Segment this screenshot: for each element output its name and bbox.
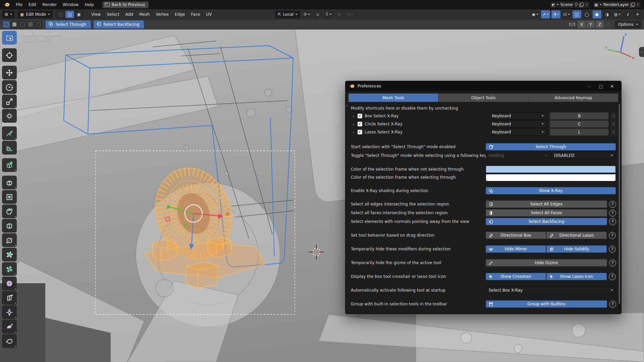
preferences-titlebar[interactable]: Preferences – ▢ ✕ xyxy=(345,81,621,91)
shading-material-button[interactable]: ◑ xyxy=(603,10,611,18)
tool-edge-slide-button[interactable] xyxy=(2,291,17,305)
tool-smooth-button[interactable] xyxy=(2,277,17,290)
tool-loop-cut-button[interactable] xyxy=(2,219,17,233)
tool-transform-button[interactable] xyxy=(2,109,17,123)
show-xray-button[interactable]: Show X-Ray xyxy=(486,187,616,194)
menu-render[interactable]: Render xyxy=(39,1,60,8)
select-mode-intersect-button[interactable] xyxy=(35,21,42,28)
shading-wireframe-button[interactable]: ◯ xyxy=(583,10,591,18)
blender-logo-icon[interactable] xyxy=(3,2,10,7)
tab-advanced-keymap[interactable]: Advanced Keymap xyxy=(529,94,618,102)
help-icon[interactable]: ? xyxy=(609,232,616,239)
menu-vertex[interactable]: Vertex xyxy=(153,11,172,18)
key-binding-button[interactable]: C xyxy=(550,120,609,128)
directional-box-button[interactable]: Directional Box xyxy=(486,232,546,239)
scrollbar[interactable] xyxy=(618,103,621,312)
tool-box-select-button[interactable] xyxy=(2,31,17,45)
vertex-select-mode-button[interactable]: ⬚ xyxy=(56,11,65,18)
hide-mirror-button[interactable]: Hide Mirror xyxy=(486,245,546,253)
hide-gizmo-button[interactable]: Hide Gizmo xyxy=(486,259,607,266)
shading-rendered-button[interactable]: ◍ xyxy=(613,10,622,18)
show-lasso-icon-button[interactable]: Show Lasso Icon xyxy=(546,273,607,280)
xray-toggle-button[interactable]: ◫ xyxy=(573,10,581,18)
show-crosshair-button[interactable]: Show Crosshair xyxy=(486,273,546,280)
checkbox-circle-select[interactable] xyxy=(358,122,362,126)
tool-rotate-button[interactable] xyxy=(2,80,17,94)
key-binding-button[interactable]: L xyxy=(550,128,609,136)
pivot-point-selector[interactable]: ⟳ xyxy=(302,10,311,18)
menu-file[interactable]: File xyxy=(13,1,25,8)
tool-move-button[interactable] xyxy=(2,66,17,79)
select-mode-invert-button[interactable] xyxy=(27,21,34,28)
tool-bevel-button[interactable] xyxy=(2,204,17,218)
scene-selector[interactable]: ◩ Scene ✕ xyxy=(550,1,590,8)
options-dropdown[interactable]: Options xyxy=(615,20,641,28)
select-all-faces-button[interactable]: Select All Faces xyxy=(486,209,607,217)
select-through-toggle[interactable]: Select Through xyxy=(46,20,91,28)
directional-lasso-button[interactable]: Directional Lasso xyxy=(546,232,607,239)
tool-annotate-button[interactable] xyxy=(2,126,17,140)
back-to-previous-button[interactable]: Back to Previous xyxy=(102,1,149,8)
tool-add-cube-button[interactable] xyxy=(2,158,17,172)
device-dropdown[interactable]: Keyboard xyxy=(489,112,547,120)
device-dropdown[interactable]: Keyboard xyxy=(489,120,547,128)
navigation-gizmo[interactable]: z y x xyxy=(604,32,635,62)
tool-knife-button[interactable] xyxy=(2,233,17,247)
checkbox-box-select[interactable] xyxy=(358,114,362,118)
mirror-icon[interactable]: Ɛ⁞Ʒ xyxy=(569,22,575,27)
mirror-z-button[interactable]: Z xyxy=(596,21,604,28)
tool-rip-region-button[interactable] xyxy=(2,334,17,348)
gizmos-button[interactable]: ✛ xyxy=(633,10,642,18)
tab-object-tools[interactable]: Object Tools xyxy=(438,94,528,102)
checkbox-lasso-select[interactable] xyxy=(358,130,362,134)
tool-scale-button[interactable] xyxy=(2,95,17,108)
render-layer-selector[interactable]: ▦ RenderLayer ✕ xyxy=(593,1,641,8)
menu-view[interactable]: View xyxy=(88,11,104,18)
select-backfacing-button[interactable]: Select Backfacing xyxy=(486,218,607,225)
help-icon[interactable]: ? xyxy=(609,218,616,225)
menu-face[interactable]: Face xyxy=(188,11,203,18)
transform-orientation-selector[interactable]: ⇱ Local xyxy=(275,10,300,18)
rotation-gizmo-button[interactable]: ◔ xyxy=(551,10,560,18)
tool-poly-build-button[interactable] xyxy=(2,248,17,261)
copy-layer-icon[interactable] xyxy=(631,3,635,7)
shading-solid-button[interactable]: ● xyxy=(593,10,601,18)
proportional-falloff-selector[interactable]: ∿ xyxy=(345,10,355,18)
menu-uv[interactable]: UV xyxy=(203,11,215,18)
snap-toggle-button[interactable]: ∪ xyxy=(313,10,322,18)
help-icon[interactable]: ? xyxy=(609,301,616,308)
group-with-builtins-button[interactable]: Group with Builtins xyxy=(486,300,607,308)
tool-inset-faces-button[interactable] xyxy=(2,190,17,204)
expand-icon[interactable]: › xyxy=(351,130,356,135)
close-button[interactable]: ✕ xyxy=(606,81,618,91)
startup-tool-dropdown[interactable]: Select Box X-Ray xyxy=(486,287,616,294)
help-icon[interactable]: ? xyxy=(609,209,616,217)
color-swatch-not-through[interactable] xyxy=(486,166,616,173)
color-swatch-through[interactable] xyxy=(486,174,616,181)
snap-settings-selector[interactable]: ⠿ xyxy=(324,10,333,18)
select-all-edges-button[interactable]: Select All Edges xyxy=(486,200,607,208)
key-binding-button[interactable]: B xyxy=(550,112,609,120)
menu-edit[interactable]: Edit xyxy=(25,1,39,8)
edge-select-mode-button[interactable]: ◫ xyxy=(65,11,74,18)
falloff-icon[interactable]: ◌ xyxy=(606,22,609,27)
snap-arrow-button[interactable]: ↗ xyxy=(541,10,550,18)
select-mode-extend-button[interactable] xyxy=(11,21,18,28)
menu-add[interactable]: Add xyxy=(122,11,136,18)
tool-shear-button[interactable] xyxy=(2,320,17,334)
object-visibility-selector[interactable]: ◉ xyxy=(530,10,539,18)
editor-type-selector[interactable]: ⊞ xyxy=(2,10,15,18)
pin-icon[interactable] xyxy=(574,3,578,7)
tool-spin-button[interactable] xyxy=(2,262,17,276)
expand-icon[interactable]: › xyxy=(351,114,356,119)
help-icon[interactable]: ? xyxy=(609,259,616,266)
tool-cursor-button[interactable] xyxy=(2,48,17,62)
menu-mesh[interactable]: Mesh xyxy=(136,11,153,18)
tool-extrude-button[interactable] xyxy=(2,176,17,189)
help-icon[interactable]: ? xyxy=(609,273,616,280)
mode-selector[interactable]: ▣ Edit Mode xyxy=(17,10,53,18)
help-icon[interactable]: ? xyxy=(609,246,616,253)
select-tool-settings[interactable]: ⊡ xyxy=(562,10,571,18)
overlays-button[interactable]: i xyxy=(623,10,632,18)
minimize-button[interactable]: – xyxy=(584,81,595,91)
